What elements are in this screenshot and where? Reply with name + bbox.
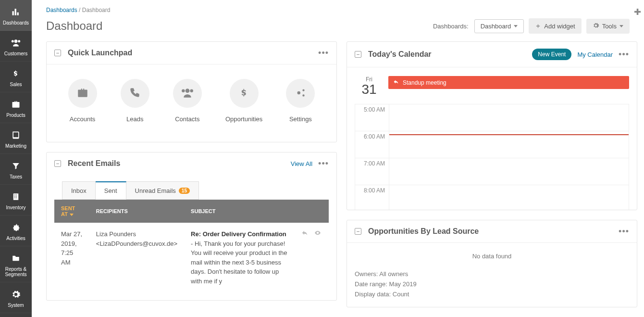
hour-slot[interactable] bbox=[389, 104, 629, 131]
sort-desc-icon bbox=[70, 214, 74, 216]
sidebar-item-reports[interactable]: Reports & Segments bbox=[0, 246, 32, 282]
breadcrumb-sep: / bbox=[79, 7, 80, 13]
breadcrumb-root[interactable]: Dashboards bbox=[46, 7, 77, 13]
tab-label: Inbox bbox=[71, 187, 87, 194]
launchpad-item-contacts[interactable]: Contacts bbox=[173, 79, 202, 123]
hour-slot[interactable] bbox=[389, 158, 629, 185]
widget-title: Opportunities By Lead Source bbox=[368, 227, 619, 236]
tab-sent[interactable]: Sent bbox=[96, 181, 126, 200]
sidebar-item-products[interactable]: Products bbox=[0, 92, 32, 123]
hour-label: 5:00 AM bbox=[355, 104, 389, 131]
sidebar-item-customers[interactable]: Customers bbox=[0, 31, 32, 62]
sidebar-item-marketing[interactable]: Marketing bbox=[0, 123, 32, 154]
calendar-grid[interactable]: 5:00 AM 6:00 AM 7:00 AM 8:00 AM bbox=[355, 104, 629, 210]
more-icon[interactable]: ••• bbox=[318, 49, 329, 57]
launchpad-label: Contacts bbox=[175, 115, 199, 123]
event-title: Standup meeting bbox=[403, 79, 446, 86]
dashboard-select-label: Dashboard bbox=[481, 23, 511, 30]
launchpad-label: Accounts bbox=[70, 115, 95, 123]
day-number: 31 bbox=[355, 83, 384, 96]
more-icon[interactable]: ••• bbox=[619, 227, 629, 236]
hour-slot[interactable] bbox=[389, 185, 629, 210]
sidebar-item-label: Dashboards bbox=[3, 20, 29, 25]
sidebar-item-inventory[interactable]: Inventory bbox=[0, 185, 32, 216]
sidebar-item-system[interactable]: System bbox=[0, 282, 32, 313]
launchpad-item-leads[interactable]: Leads bbox=[121, 79, 149, 123]
col-sent-at[interactable]: SENT AT bbox=[54, 200, 89, 223]
eye-icon[interactable] bbox=[313, 229, 322, 239]
sidebar-item-label: Sales bbox=[10, 82, 22, 87]
sidebar-item-label: Reports & Segments bbox=[0, 266, 32, 277]
tools-button[interactable]: Tools bbox=[586, 19, 630, 34]
hour-label: 7:00 AM bbox=[355, 158, 389, 185]
briefcase-icon bbox=[76, 87, 89, 101]
collapse-icon[interactable]: – bbox=[54, 50, 61, 56]
calendar-event[interactable]: Standup meeting bbox=[388, 76, 629, 89]
email-table: SENT AT RECIPIENTS SUBJECT Mar 27, 2019,… bbox=[54, 200, 329, 292]
view-all-link[interactable]: View All bbox=[291, 160, 312, 167]
dollar-icon bbox=[12, 67, 19, 80]
widget-title: Recent Emails bbox=[68, 159, 291, 168]
launchpad-item-settings[interactable]: Settings bbox=[286, 79, 315, 123]
page-title: Dashboard bbox=[46, 19, 433, 33]
sidebar-item-label: Activities bbox=[6, 236, 25, 241]
launchpad-label: Opportunities bbox=[225, 115, 262, 123]
tab-inbox[interactable]: Inbox bbox=[62, 181, 96, 200]
sidebar-item-label: Products bbox=[6, 113, 25, 118]
more-icon[interactable]: ••• bbox=[318, 159, 329, 168]
hour-slot[interactable] bbox=[389, 131, 629, 158]
tab-label: Unread Emails bbox=[135, 187, 176, 194]
more-icon[interactable]: ••• bbox=[619, 50, 629, 59]
users-icon bbox=[180, 87, 195, 101]
launchpad-item-accounts[interactable]: Accounts bbox=[68, 79, 97, 123]
main: ✚ Dashboards / Dashboard Dashboard Dashb… bbox=[32, 0, 644, 317]
calendar-day: Fri 31 bbox=[355, 76, 384, 96]
collapse-icon[interactable]: – bbox=[54, 160, 61, 167]
sidebar-item-label: Marketing bbox=[5, 143, 26, 149]
tab-unread[interactable]: Unread Emails 15 bbox=[126, 181, 199, 200]
cell-recipient: Liza Pounders <LizaDPounders@cuvox.de> bbox=[89, 223, 184, 292]
col-subject[interactable]: SUBJECT bbox=[184, 200, 294, 223]
collapse-icon[interactable]: – bbox=[355, 51, 361, 58]
sidebar-item-label: Inventory bbox=[6, 205, 25, 210]
building-icon bbox=[12, 190, 20, 203]
tools-label: Tools bbox=[602, 23, 617, 30]
phone-icon bbox=[129, 87, 141, 101]
gears-icon bbox=[294, 87, 307, 101]
add-widget-label: Add widget bbox=[544, 23, 575, 30]
reply-icon bbox=[393, 79, 399, 86]
add-widget-button[interactable]: ＋ Add widget bbox=[529, 18, 581, 34]
cell-subject: Re: Order Delivery Confirmation - Hi, Th… bbox=[184, 223, 294, 292]
gear-icon bbox=[593, 22, 599, 30]
launchpad-item-opportunities[interactable]: Opportunities bbox=[225, 79, 262, 123]
widget-opportunities: – Opportunities By Lead Source ••• No da… bbox=[347, 220, 637, 307]
gear-icon bbox=[11, 288, 21, 301]
sidebar-item-dashboards[interactable]: Dashboards bbox=[0, 0, 32, 31]
add-button[interactable]: ✚ bbox=[634, 7, 641, 17]
sidebar: Dashboards Customers Sales Products Mark… bbox=[0, 0, 32, 317]
header: Dashboards / Dashboard Dashboard Dashboa… bbox=[32, 0, 644, 41]
dashboard-select[interactable]: Dashboard bbox=[474, 19, 524, 33]
caret-down-icon bbox=[514, 25, 518, 27]
briefcase-icon bbox=[11, 98, 21, 111]
widget-title: Today's Calendar bbox=[368, 50, 532, 59]
reply-icon[interactable] bbox=[301, 229, 309, 239]
table-row[interactable]: Mar 27, 2019, 7:25 AM Liza Pounders <Liz… bbox=[54, 223, 329, 292]
my-calendar-link[interactable]: My Calendar bbox=[577, 51, 613, 58]
collapse-icon[interactable]: – bbox=[355, 228, 361, 235]
sidebar-item-label: Customers bbox=[4, 51, 27, 56]
dashboards-label: Dashboards: bbox=[433, 23, 469, 30]
sidebar-item-sales[interactable]: Sales bbox=[0, 62, 32, 92]
col-recipients[interactable]: RECIPIENTS bbox=[89, 200, 184, 223]
sidebar-item-taxes[interactable]: Taxes bbox=[0, 154, 32, 185]
sidebar-item-activities[interactable]: Activities bbox=[0, 216, 32, 246]
users-icon bbox=[10, 37, 22, 49]
bar-chart-icon bbox=[11, 6, 21, 18]
widget-title: Quick Launchpad bbox=[68, 49, 318, 57]
dollar-icon bbox=[240, 86, 248, 101]
hour-label: 8:00 AM bbox=[355, 185, 389, 210]
new-event-button[interactable]: New Event bbox=[532, 49, 571, 60]
funnel-icon bbox=[12, 160, 20, 172]
cell-sent-at: Mar 27, 2019, 7:25 AM bbox=[54, 223, 89, 292]
widget-calendar: – Today's Calendar New Event My Calendar… bbox=[347, 41, 637, 210]
